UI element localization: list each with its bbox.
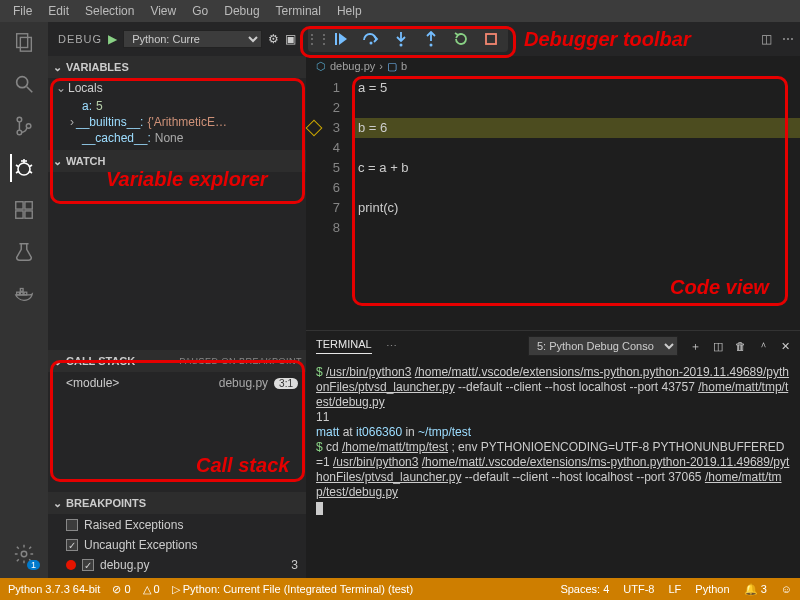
menu-edit[interactable]: Edit [41, 2, 76, 20]
status-python[interactable]: Python 3.7.3 64-bit [8, 583, 100, 595]
step-over-button[interactable] [357, 28, 385, 50]
code-line[interactable] [352, 218, 800, 238]
step-into-button[interactable] [387, 28, 415, 50]
status-eol[interactable]: LF [668, 583, 681, 595]
panel-close-icon[interactable]: ✕ [781, 340, 790, 353]
editor-more-icon[interactable]: ⋯ [782, 32, 794, 46]
status-notifications[interactable]: 🔔 3 [744, 583, 767, 596]
split-terminal-icon[interactable]: ◫ [713, 340, 723, 353]
search-icon[interactable] [10, 70, 38, 98]
source-control-icon[interactable] [10, 112, 38, 140]
code-line[interactable]: c = a + b [352, 158, 800, 178]
testing-icon[interactable] [10, 238, 38, 266]
svg-point-30 [430, 44, 433, 47]
split-editor-icon[interactable]: ◫ [761, 32, 772, 46]
debug-sidebar: DEBUG ▶ Python: Curre ⚙ ▣ ⌄VARIABLES ⌄Lo… [48, 22, 306, 578]
explorer-icon[interactable] [10, 28, 38, 56]
python-file-icon: ⬡ [316, 60, 326, 73]
svg-rect-0 [17, 34, 28, 48]
svg-marker-25 [339, 33, 347, 45]
debug-settings-icon[interactable]: ⚙ [268, 32, 279, 46]
svg-rect-15 [16, 211, 23, 218]
svg-point-23 [21, 551, 27, 557]
bp-raised-exceptions[interactable]: Raised Exceptions [48, 516, 306, 534]
svg-line-3 [27, 87, 33, 93]
settings-badge: 1 [27, 560, 40, 570]
menu-selection[interactable]: Selection [78, 2, 141, 20]
code-editor[interactable]: 12345678 a = 5b = 6c = a + bprint(c) [306, 76, 800, 330]
section-watch[interactable]: ⌄WATCH [48, 150, 306, 172]
start-debug-button[interactable]: ▶ [108, 32, 117, 46]
svg-point-7 [18, 163, 30, 175]
svg-rect-22 [20, 289, 23, 292]
svg-rect-31 [486, 34, 496, 44]
variable-row[interactable]: a: 5 [48, 98, 306, 114]
scope-locals[interactable]: ⌄Locals [48, 80, 306, 96]
step-out-button[interactable] [417, 28, 445, 50]
stop-button[interactable] [477, 28, 505, 50]
debug-toolbar: ⋮⋮ [308, 26, 508, 52]
panel-tab-more-icon[interactable]: ⋯ [386, 340, 397, 353]
code-line[interactable] [352, 178, 800, 198]
svg-point-2 [17, 77, 28, 88]
callstack-frame[interactable]: <module> debug.py 3:1 [48, 374, 306, 392]
menu-bar: FileEditSelectionViewGoDebugTerminalHelp [0, 0, 800, 22]
breadcrumb[interactable]: ⬡ debug.py › ▢ b [306, 56, 800, 76]
extensions-icon[interactable] [10, 196, 38, 224]
variable-row[interactable]: ›__builtins__: {'ArithmeticE… [48, 114, 306, 130]
sidebar-title: DEBUG [58, 33, 102, 45]
menu-terminal[interactable]: Terminal [269, 2, 328, 20]
menu-view[interactable]: View [143, 2, 183, 20]
status-spaces[interactable]: Spaces: 4 [560, 583, 609, 595]
svg-point-28 [400, 44, 403, 47]
svg-point-6 [26, 124, 31, 129]
svg-rect-1 [20, 37, 31, 51]
editor-tab-bar: ⋮⋮ ◫ ⋯ [306, 22, 800, 56]
section-variables[interactable]: ⌄VARIABLES [48, 56, 306, 78]
menu-debug[interactable]: Debug [217, 2, 266, 20]
bp-file[interactable]: ✓debug.py3 [48, 556, 306, 574]
status-run-config[interactable]: ▷ Python: Current File (Integrated Termi… [172, 583, 413, 596]
code-line[interactable]: b = 6 [352, 118, 800, 138]
bp-uncaught-exceptions[interactable]: ✓Uncaught Exceptions [48, 536, 306, 554]
restart-button[interactable] [447, 28, 475, 50]
code-line[interactable]: a = 5 [352, 78, 800, 98]
terminal-output[interactable]: $ /usr/bin/python3 /home/matt/.vscode/ex… [306, 361, 800, 578]
breakpoint-dot-icon [66, 560, 76, 570]
svg-rect-17 [25, 202, 32, 209]
kill-terminal-icon[interactable]: 🗑 [735, 340, 746, 352]
menu-help[interactable]: Help [330, 2, 369, 20]
panel-maximize-icon[interactable]: ＾ [758, 339, 769, 354]
debug-console-icon[interactable]: ▣ [285, 32, 296, 46]
status-errors[interactable]: ⊘ 0 [112, 583, 130, 596]
section-breakpoints[interactable]: ⌄BREAKPOINTS [48, 492, 306, 514]
menu-file[interactable]: File [6, 2, 39, 20]
variable-row[interactable]: __cached__: None [48, 130, 306, 146]
svg-point-26 [370, 42, 373, 45]
code-line[interactable] [352, 98, 800, 118]
docker-icon[interactable] [10, 280, 38, 308]
toolbar-drag-handle-icon[interactable]: ⋮⋮ [311, 28, 325, 50]
continue-button[interactable] [327, 28, 355, 50]
bottom-panel: TERMINAL ⋯ 5: Python Debug Conso ＋ ◫ 🗑 ＾… [306, 330, 800, 578]
svg-point-5 [17, 130, 22, 135]
svg-rect-16 [25, 211, 32, 218]
status-bar: Python 3.7.3 64-bit ⊘ 0 △ 0 ▷ Python: Cu… [0, 578, 800, 600]
svg-point-4 [17, 117, 22, 122]
status-feedback[interactable]: ☺ [781, 583, 792, 595]
menu-go[interactable]: Go [185, 2, 215, 20]
debug-icon[interactable] [10, 154, 38, 182]
debug-config-select[interactable]: Python: Curre [123, 30, 262, 48]
section-callstack[interactable]: ⌄CALL STACKPAUSED ON BREAKPOINT [48, 350, 306, 372]
code-line[interactable] [352, 138, 800, 158]
status-language[interactable]: Python [695, 583, 729, 595]
svg-rect-14 [16, 202, 23, 209]
new-terminal-icon[interactable]: ＋ [690, 339, 701, 354]
panel-tab-terminal[interactable]: TERMINAL [316, 338, 372, 354]
settings-gear-icon[interactable]: 1 [10, 540, 38, 568]
svg-rect-24 [335, 33, 337, 45]
status-encoding[interactable]: UTF-8 [623, 583, 654, 595]
code-line[interactable]: print(c) [352, 198, 800, 218]
terminal-select[interactable]: 5: Python Debug Conso [528, 336, 678, 356]
status-warnings[interactable]: △ 0 [143, 583, 160, 596]
